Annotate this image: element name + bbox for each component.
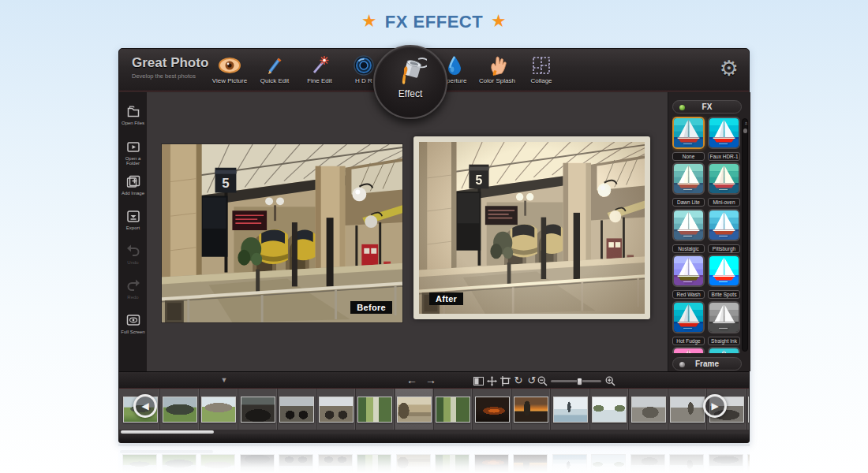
fx-effect-thumbnail[interactable]: [708, 162, 740, 195]
fx-effect-thumbnail[interactable]: [708, 255, 740, 287]
fx-effect-thumbnail[interactable]: [672, 347, 705, 353]
fx-effect-name: Brite Spots: [708, 290, 740, 299]
rotate-cw-icon[interactable]: ↻: [512, 372, 525, 389]
sidebar-item-add-image[interactable]: Add Image: [119, 175, 147, 196]
fx-effect-pittsburgh: Pittsburgh: [708, 209, 740, 253]
fx-effect-thumbnail[interactable]: [672, 255, 705, 287]
open-folder-icon: [119, 140, 147, 155]
frame-panel-title: Frame: [695, 359, 719, 368]
tool-collage[interactable]: Collage: [519, 53, 563, 88]
filmstrip-thumb-lighthouse[interactable]: [552, 389, 590, 430]
tool-label: View Picture: [208, 77, 252, 84]
fx-effect-thumbnail[interactable]: [672, 209, 705, 241]
gear-icon[interactable]: ⚙: [720, 55, 739, 82]
fx-effect-partial: [672, 347, 705, 353]
previous-image-button[interactable]: ←: [403, 372, 421, 389]
fx-scrollbar[interactable]: »: [742, 118, 748, 352]
fx-effect-thumbnail[interactable]: [672, 301, 705, 333]
filmstrip-scrollbar[interactable]: [121, 430, 214, 434]
fx-effect-thumbnail[interactable]: [708, 347, 740, 353]
page-title-text: FX EFFECT: [385, 12, 483, 32]
sidebar-item-label: Undo: [119, 260, 147, 265]
filmstrip-thumb-lake[interactable]: [590, 389, 629, 430]
redo-icon: [119, 279, 147, 293]
sidebar-item-open-a-folder[interactable]: Open a Folder: [119, 140, 147, 166]
filmstrip-thumb-garden[interactable]: [356, 389, 395, 430]
thumbnail-photo: [279, 397, 314, 423]
sidebar-item-redo[interactable]: Redo: [119, 279, 147, 300]
tool-quick-edit[interactable]: Quick Edit: [253, 53, 297, 88]
filmstrip-thumb-station[interactable]: [395, 389, 434, 430]
fx-scrollbar-thumb[interactable]: [743, 128, 747, 133]
tool-effect-magnified[interactable]: Effect: [373, 45, 447, 119]
fx-effect-thumbnail[interactable]: [708, 209, 740, 241]
before-photo: [162, 144, 402, 322]
collage-icon: [519, 53, 563, 76]
tool-label: Color Splash: [475, 77, 519, 84]
fx-effect-partial: [708, 347, 740, 353]
fx-panel-title: FX: [702, 102, 713, 111]
sidebar-item-label: Add Image: [119, 191, 147, 196]
filmstrip-next-button[interactable]: ▶: [703, 394, 727, 418]
fx-effect-none: None: [672, 117, 705, 161]
filmstrip-thumb-stones-c[interactable]: [200, 389, 238, 430]
filmstrip-thumb-sunset[interactable]: [512, 389, 551, 430]
filmstrip-thumb-castle-b[interactable]: [668, 389, 707, 430]
before-image: Before: [161, 143, 403, 323]
zoom-slider-thumb[interactable]: [577, 378, 582, 385]
filmstrip-thumb-stones-b[interactable]: [161, 389, 200, 430]
crop-icon[interactable]: [499, 372, 511, 389]
sidebar-item-open-files[interactable]: Open Files: [119, 105, 147, 125]
star-icon-right: ★: [492, 13, 506, 29]
bottom-toolbar: ▼ ← → ↻ ↺: [119, 371, 749, 388]
thumbnail-photo: [553, 397, 588, 423]
thumbnail-photo: [357, 397, 392, 423]
pan-icon[interactable]: [485, 372, 498, 389]
before-label: Before: [350, 301, 392, 314]
fx-effect-thumbnail[interactable]: [672, 117, 705, 149]
hand-icon: [475, 53, 519, 76]
undo-icon: [119, 244, 147, 259]
sidebar-item-undo[interactable]: Undo: [119, 244, 147, 265]
filmstrip-thumb-arch-dark[interactable]: [239, 389, 278, 430]
fx-effect-thumbnail[interactable]: [672, 162, 705, 195]
scroll-up-icon[interactable]: »: [743, 121, 750, 127]
preview-canvas: Before After: [147, 92, 668, 371]
filmstrip-thumb-station-b[interactable]: [746, 389, 749, 430]
sidebar-item-export[interactable]: Export: [119, 210, 147, 230]
paint-bucket-icon: [375, 57, 446, 87]
tool-fine-edit[interactable]: Fine Edit: [297, 53, 342, 88]
sidebar-item-label: Open a Folder: [119, 156, 147, 166]
green-led-icon: [679, 105, 685, 110]
after-photo: [419, 142, 645, 314]
filmstrip-thumb-castle-a[interactable]: [630, 389, 668, 430]
tool-view-picture[interactable]: View Picture: [208, 53, 252, 88]
filmstrip-thumb-arch-light[interactable]: [317, 389, 356, 430]
sidebar: Open FilesOpen a FolderAdd ImageExportUn…: [119, 92, 147, 371]
page-title: ★FX EFFECT★: [0, 12, 868, 32]
fx-effect-thumbnail[interactable]: [708, 117, 740, 149]
sidebar-item-full-screen[interactable]: Full Screen: [119, 314, 147, 334]
zoom-in-icon[interactable]: [604, 372, 616, 389]
collapse-filmstrip-icon[interactable]: ▼: [214, 372, 234, 389]
frame-panel-header[interactable]: Frame: [672, 357, 742, 371]
compare-icon[interactable]: [472, 372, 485, 389]
toolbar: Great Photo Develop the best photos View…: [119, 49, 749, 91]
next-image-button[interactable]: →: [422, 372, 440, 389]
fx-effect-thumbnail[interactable]: [708, 301, 740, 333]
filmstrip-prev-button[interactable]: ◀: [133, 394, 157, 418]
fx-effect-hot-fudge: Hot Fudge: [672, 301, 705, 345]
fx-panel-header[interactable]: FX: [672, 100, 742, 114]
zoom-slider[interactable]: [551, 380, 601, 382]
filmstrip-thumb-arch-mid[interactable]: [278, 389, 316, 430]
zoom-out-icon[interactable]: [536, 372, 548, 389]
app-logo-title: Great Photo: [132, 55, 208, 71]
thumbnail-photo: [201, 397, 236, 423]
thumbnail-photo: [670, 397, 705, 423]
filmstrip-thumb-sunset-dark[interactable]: [473, 389, 512, 430]
filmstrip-thumb-garden-b[interactable]: [434, 389, 473, 430]
tool-color-splash[interactable]: Color Splash: [475, 53, 519, 88]
star-icon-left: ★: [362, 13, 376, 29]
full-screen-icon: [119, 314, 147, 328]
fx-effect-brite-spots: Brite Spots: [708, 255, 740, 299]
